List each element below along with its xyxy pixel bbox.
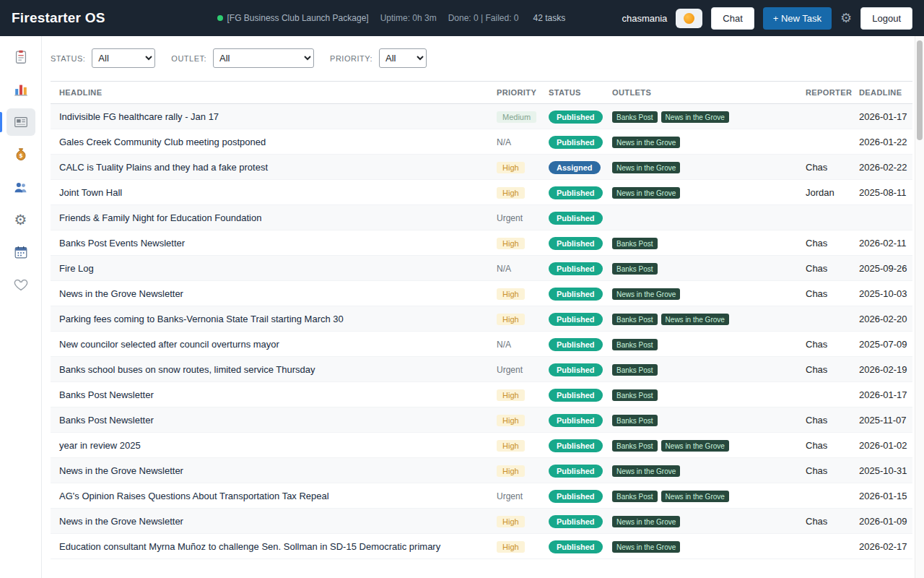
row-outlets-cell: News in the Grove xyxy=(603,514,797,528)
row-headline[interactable]: News in the Grove Newsletter xyxy=(51,516,488,527)
row-priority-cell: High xyxy=(488,236,540,249)
outlet-pill: Banks Post xyxy=(612,364,658,376)
priority-badge: High xyxy=(497,516,525,527)
row-headline[interactable]: News in the Grove Newsletter xyxy=(51,288,488,299)
row-outlets-cell: Banks Post xyxy=(603,236,797,250)
sidebar-item-budget[interactable]: $ xyxy=(6,141,35,168)
row-status-cell: Assigned xyxy=(540,160,603,174)
outlet-filter-group: OUTLET: All xyxy=(171,48,314,68)
row-headline[interactable]: Banks school buses on snow routes, limit… xyxy=(51,364,488,375)
bar-chart-icon xyxy=(13,82,29,98)
sidebar-item-settings[interactable]: ⚙ xyxy=(6,206,35,233)
emoji-button[interactable] xyxy=(676,9,702,28)
row-deadline: 2026-02-22 xyxy=(850,162,912,173)
sidebar: $⚙ xyxy=(0,36,42,578)
outlet-pill: Banks Post xyxy=(612,339,658,350)
sidebar-item-favorites[interactable] xyxy=(6,271,35,298)
row-headline[interactable]: Banks Post Newsletter xyxy=(51,389,488,400)
clipboard-icon xyxy=(13,49,29,65)
row-priority-cell: N/A xyxy=(488,337,540,350)
row-headline[interactable]: Parking fees coming to Banks-Vernonia St… xyxy=(51,314,488,324)
sidebar-item-storyboard[interactable] xyxy=(6,108,35,136)
row-headline[interactable]: News in the Grove Newsletter xyxy=(51,465,488,476)
scrollbar-thumb[interactable] xyxy=(917,40,923,140)
table-row[interactable]: Banks Post NewsletterHighPublishedBanks … xyxy=(51,382,912,407)
table-row[interactable]: Parking fees coming to Banks-Vernonia St… xyxy=(51,306,912,332)
row-priority-cell: Urgent xyxy=(488,211,540,224)
table-row[interactable]: Friends & Family Night for Education Fou… xyxy=(51,205,912,230)
table-row[interactable]: Banks school buses on snow routes, limit… xyxy=(51,357,912,382)
row-headline[interactable]: New councilor selected after council ove… xyxy=(51,339,488,350)
row-outlets-cell: Banks PostNews in the Grove xyxy=(603,489,797,503)
row-outlets-cell: Banks Post xyxy=(603,363,797,376)
row-reporter: Chas xyxy=(797,364,850,375)
row-headline[interactable]: year in review 2025 xyxy=(51,440,488,451)
row-priority-cell: High xyxy=(488,388,540,401)
row-reporter: Chas xyxy=(797,516,850,527)
row-headline[interactable]: Indivisible FG healthcare rally - Jan 17 xyxy=(51,111,488,122)
table-row[interactable]: News in the Grove NewsletterHighPublishe… xyxy=(51,281,912,306)
status-badge: Published xyxy=(549,389,603,402)
gear-icon: ⚙ xyxy=(14,212,27,227)
row-headline[interactable]: Friends & Family Night for Education Fou… xyxy=(51,212,488,223)
table-row[interactable]: Banks Post Events NewsletterHighPublishe… xyxy=(51,230,912,256)
table-row[interactable]: Indivisible FG healthcare rally - Jan 17… xyxy=(51,104,912,129)
priority-filter-select[interactable]: All xyxy=(379,48,427,68)
sidebar-item-calendar[interactable] xyxy=(6,238,35,266)
status-badge: Published xyxy=(549,186,603,199)
table-row[interactable]: New councilor selected after council ove… xyxy=(51,332,912,357)
outlet-pill: Banks Post xyxy=(612,389,658,401)
money-bag-icon: $ xyxy=(13,147,29,163)
row-priority-cell: High xyxy=(488,287,540,300)
row-priority-cell: High xyxy=(488,439,540,452)
row-status-cell: Published xyxy=(540,262,603,275)
sidebar-item-people[interactable] xyxy=(6,173,35,201)
priority-badge: Urgent xyxy=(497,213,523,223)
status-badge: Published xyxy=(549,212,603,225)
priority-badge: N/A xyxy=(497,137,511,147)
row-outlets-cell: Banks Post xyxy=(603,413,797,427)
row-headline[interactable]: AG's Opinion Raises Questions About Tran… xyxy=(51,491,488,501)
table-row[interactable]: AG's Opinion Raises Questions About Tran… xyxy=(51,483,912,509)
table-row[interactable]: Gales Creek Community Club meeting postp… xyxy=(51,129,912,155)
row-headline[interactable]: Fire Log xyxy=(51,263,488,274)
row-deadline: 2026-01-22 xyxy=(850,137,912,147)
table-row[interactable]: News in the Grove NewsletterHighPublishe… xyxy=(51,509,912,534)
table-row[interactable]: News in the Grove NewsletterHighPublishe… xyxy=(51,458,912,483)
table-row[interactable]: Banks Post NewsletterHighPublishedBanks … xyxy=(51,407,912,433)
chat-button[interactable]: Chat xyxy=(711,7,754,30)
col-outlets: OUTLETS xyxy=(603,88,797,97)
row-status-cell: Published xyxy=(540,186,603,199)
row-deadline: 2025-10-03 xyxy=(850,288,912,299)
row-deadline: 2026-01-02 xyxy=(850,440,912,451)
row-outlets-cell: Banks Post xyxy=(603,262,797,275)
row-headline[interactable]: Gales Creek Community Club meeting postp… xyxy=(51,137,488,147)
outlet-filter-select[interactable]: All xyxy=(213,48,314,68)
row-outlets-cell: Banks PostNews in the Grove xyxy=(603,110,797,124)
logout-button[interactable]: Logout xyxy=(860,7,912,30)
row-headline[interactable]: Joint Town Hall xyxy=(51,187,488,198)
settings-gear-icon[interactable]: ⚙ xyxy=(840,12,852,25)
table-row[interactable]: Fire LogN/APublishedBanks PostChas2025-0… xyxy=(51,256,912,281)
row-deadline: 2026-02-11 xyxy=(850,238,912,249)
topbar-actions: chasmania Chat + New Task ⚙ Logout xyxy=(622,7,912,30)
sidebar-item-analytics[interactable] xyxy=(6,76,35,103)
row-priority-cell: Urgent xyxy=(488,363,540,376)
row-status-cell: Published xyxy=(540,211,603,225)
table-row[interactable]: Education consultant Myrna Muñoz to chal… xyxy=(51,534,912,559)
sidebar-item-notes[interactable] xyxy=(6,43,35,71)
row-outlets-cell: Banks PostNews in the Grove xyxy=(603,312,797,326)
row-headline[interactable]: CALC is Tuality Plains and they had a fa… xyxy=(51,162,488,173)
row-status-cell: Published xyxy=(540,337,603,351)
row-headline[interactable]: Banks Post Events Newsletter xyxy=(51,238,488,249)
row-headline[interactable]: Education consultant Myrna Muñoz to chal… xyxy=(51,541,488,552)
priority-badge: Urgent xyxy=(497,365,523,375)
vertical-scrollbar[interactable] xyxy=(915,36,924,578)
table-row[interactable]: year in review 2025HighPublishedBanks Po… xyxy=(51,433,912,458)
row-headline[interactable]: Banks Post Newsletter xyxy=(51,415,488,426)
table-row[interactable]: Joint Town HallHighPublishedNews in the … xyxy=(51,180,912,205)
status-badge: Published xyxy=(549,262,603,275)
new-task-button[interactable]: + New Task xyxy=(763,7,832,30)
status-filter-select[interactable]: All xyxy=(92,48,155,68)
table-row[interactable]: CALC is Tuality Plains and they had a fa… xyxy=(51,155,912,180)
